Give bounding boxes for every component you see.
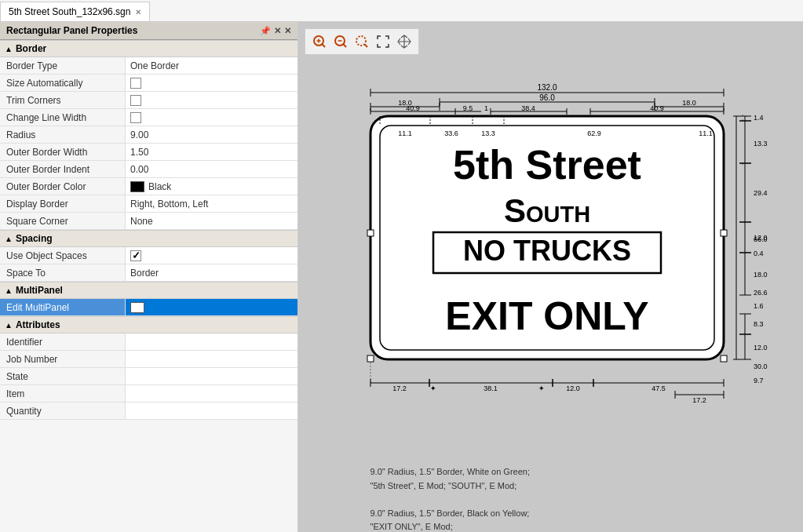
prop-item-value [126, 385, 297, 402]
svg-text:26.6: 26.6 [754, 289, 768, 297]
undock-button[interactable]: ✕ [274, 26, 281, 36]
trim-corners-checkbox[interactable] [130, 95, 141, 106]
prop-outer-border-color-value[interactable]: Black [126, 178, 297, 195]
prop-square-corner: Square Corner None [0, 213, 297, 230]
svg-text:40.9: 40.9 [406, 104, 420, 112]
left-panel: Rectangular Panel Properties 📌 ✕ ✕ ▲ Bor… [0, 22, 298, 532]
svg-text:9.5: 9.5 [462, 104, 473, 112]
svg-text:EXIT ONLY: EXIT ONLY [445, 294, 648, 338]
prop-edit-multipanel: Edit MultiPanel [0, 299, 297, 316]
prop-job-number: Job Number [0, 351, 297, 368]
section-spacing-header[interactable]: ▲ Spacing [0, 230, 297, 247]
svg-rect-19 [721, 355, 727, 362]
svg-text:17.2: 17.2 [392, 384, 407, 392]
prop-trim-corners-label: Trim Corners [0, 92, 126, 108]
main-layout: Rectangular Panel Properties 📌 ✕ ✕ ▲ Bor… [0, 22, 803, 532]
svg-text:30.0: 30.0 [754, 363, 768, 370]
svg-text:18.0: 18.0 [682, 99, 696, 107]
tab-label: 5th Street South_132x96.sgn [9, 6, 130, 17]
prop-edit-multipanel-label: Edit MultiPanel [0, 299, 126, 315]
change-line-width-checkbox[interactable] [130, 112, 141, 123]
svg-text:40.9: 40.9 [650, 104, 664, 112]
prop-quantity: Quantity [0, 403, 297, 420]
svg-text:11.1: 11.1 [398, 129, 412, 137]
zoom-fit-button[interactable] [352, 32, 371, 51]
prop-outer-border-indent-value: 0.00 [126, 161, 297, 177]
svg-text:1.4: 1.4 [754, 114, 764, 122]
zoom-out-button[interactable] [331, 32, 350, 51]
prop-radius-value: 9.00 [126, 126, 297, 143]
prop-use-object-spaces-value[interactable]: ✓ [126, 247, 297, 264]
zoom-extent-button[interactable] [374, 32, 392, 51]
tab-sign[interactable]: 5th Street South_132x96.sgn ✕ [0, 2, 150, 21]
prop-display-border: Display Border Right, Bottom, Left [0, 195, 297, 213]
svg-text:0.4: 0.4 [754, 250, 764, 257]
svg-text:132.0: 132.0 [537, 83, 557, 92]
prop-trim-corners-value[interactable] [126, 92, 297, 108]
svg-text:✦: ✦ [538, 384, 545, 392]
section-border-header[interactable]: ▲ Border [0, 40, 297, 57]
svg-text:1: 1 [484, 104, 488, 112]
svg-text:38.1: 38.1 [484, 384, 498, 392]
prop-outer-border-width-value: 1.50 [126, 144, 297, 160]
prop-change-line-width-value[interactable] [126, 109, 297, 126]
svg-text:33.6: 33.6 [444, 129, 458, 137]
prop-size-auto-value[interactable] [126, 75, 297, 91]
prop-border-type-value: One Border [126, 57, 297, 74]
svg-line-3 [323, 45, 326, 48]
svg-text:17.2: 17.2 [692, 396, 706, 404]
desc-line-4: "EXIT ONLY", E Mod; [370, 520, 763, 532]
use-object-spaces-checkbox[interactable]: ✓ [130, 250, 141, 261]
svg-text:12.0: 12.0 [754, 234, 768, 242]
prop-outer-border-indent: Outer Border Indent 0.00 [0, 161, 297, 178]
sign-description: 9.0" Radius, 1.5" Border, White on Green… [370, 465, 763, 532]
prop-outer-border-width: Outer Border Width 1.50 [0, 144, 297, 161]
pin-button[interactable]: 📌 [260, 26, 271, 36]
prop-change-line-width-label: Change Line Width [0, 109, 126, 126]
prop-item: Item [0, 385, 297, 403]
section-attributes-arrow: ▲ [5, 321, 13, 330]
section-attributes-label: Attributes [16, 319, 60, 330]
svg-line-6 [344, 45, 347, 48]
svg-text:11.1: 11.1 [699, 129, 713, 137]
prop-outer-border-color: Outer Border Color Black [0, 178, 297, 195]
prop-quantity-value [126, 403, 297, 419]
close-panel-button[interactable]: ✕ [284, 26, 291, 36]
prop-edit-multipanel-value[interactable] [126, 299, 297, 315]
svg-text:13.3: 13.3 [754, 140, 768, 148]
section-multipanel-arrow: ▲ [5, 286, 13, 295]
prop-change-line-width: Change Line Width [0, 109, 297, 126]
svg-text:9.7: 9.7 [754, 377, 764, 384]
svg-text:✦: ✦ [430, 384, 436, 392]
section-spacing-label: Spacing [16, 233, 53, 244]
prop-state-label: State [0, 368, 126, 384]
zoom-in-button[interactable] [310, 32, 329, 51]
size-auto-checkbox[interactable] [130, 78, 141, 89]
prop-display-border-value: Right, Bottom, Left [126, 195, 297, 212]
prop-identifier-value [126, 333, 297, 350]
svg-point-7 [356, 36, 366, 46]
tab-close-button[interactable]: ✕ [135, 8, 141, 16]
sign-container: 5th Street South NO TRUCKS EXIT ONLY [323, 77, 779, 532]
section-attributes-header[interactable]: ▲ Attributes [0, 316, 297, 333]
section-border-arrow: ▲ [5, 45, 13, 53]
tab-bar: 5th Street South_132x96.sgn ✕ [0, 0, 803, 22]
svg-rect-18 [367, 355, 374, 362]
svg-text:18.0: 18.0 [754, 271, 768, 279]
pan-button[interactable] [395, 32, 414, 51]
prop-state: State [0, 368, 297, 385]
prop-size-auto: Size Automatically [0, 75, 297, 92]
svg-text:12.0: 12.0 [566, 384, 580, 392]
prop-radius-label: Radius [0, 126, 126, 143]
svg-text:8.3: 8.3 [754, 320, 764, 328]
section-multipanel-header[interactable]: ▲ MultiPanel [0, 282, 297, 299]
prop-identifier: Identifier [0, 333, 297, 351]
color-label: Black [148, 181, 171, 192]
svg-text:13.3: 13.3 [481, 129, 495, 137]
prop-square-corner-label: Square Corner [0, 213, 126, 229]
prop-job-number-label: Job Number [0, 351, 126, 367]
prop-item-label: Item [0, 385, 126, 402]
section-spacing-arrow: ▲ [5, 235, 13, 243]
desc-line-1: 9.0" Radius, 1.5" Border, White on Green… [370, 465, 763, 479]
svg-text:38.4: 38.4 [521, 104, 535, 112]
